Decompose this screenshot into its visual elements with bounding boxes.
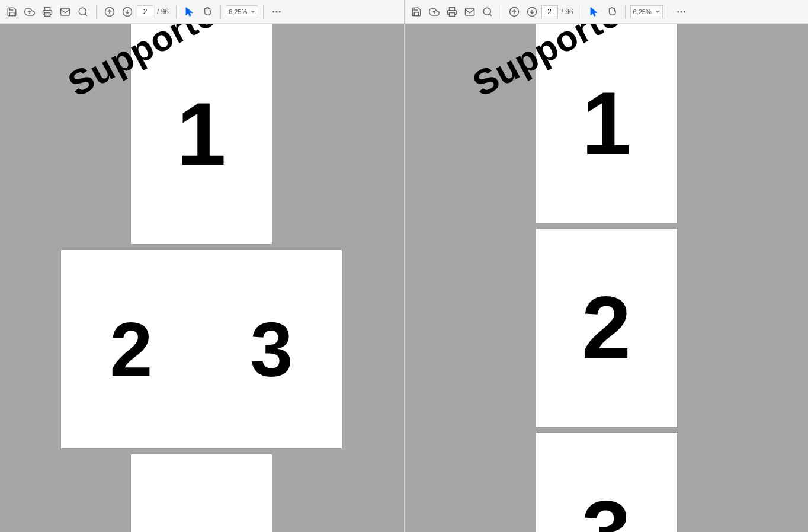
zoom-value: 6,25% [229,8,247,15]
page-content: 3 [250,305,293,394]
svg-rect-10 [465,8,474,15]
toolbar-separator [220,5,221,18]
hand-tool-icon[interactable] [604,4,620,20]
next-page-icon[interactable] [119,4,136,20]
document-page: 2 3 [61,250,342,448]
mail-icon[interactable] [57,4,73,20]
page-content: 2 [582,277,631,379]
document-page: 3 [536,433,677,532]
page-total-label: / 96 [157,8,169,16]
svg-rect-1 [61,8,70,15]
svg-rect-0 [45,12,50,16]
svg-point-17 [683,11,685,12]
document-viewport-right[interactable]: Supported 1 2 3 [405,24,809,532]
search-icon[interactable] [479,4,496,20]
print-icon[interactable] [39,4,56,20]
chevron-down-icon [655,11,660,13]
page-number-input[interactable] [137,5,153,18]
svg-line-12 [489,14,491,15]
select-tool-icon[interactable] [586,4,602,20]
right-panel: / 96 6,25% Supported 1 2 3 [404,0,809,532]
toolbar-separator [96,5,97,18]
svg-line-3 [85,14,86,15]
document-viewport-left[interactable]: Supported 1 2 3 4 [0,24,404,532]
toolbar-separator [625,5,626,18]
document-page: 1 [536,24,677,223]
svg-point-15 [677,11,679,12]
left-panel: / 96 6,25% Supported 1 2 3 4 [0,0,404,532]
zoom-dropdown[interactable]: 6,25% [630,5,663,18]
cloud-upload-icon[interactable] [21,4,38,20]
print-icon[interactable] [444,4,460,20]
svg-point-7 [276,11,278,12]
toolbar-left: / 96 6,25% [0,0,404,24]
document-page: 1 [131,24,272,244]
svg-point-2 [79,8,86,15]
page-content: 4 [177,522,226,533]
svg-rect-9 [449,12,454,16]
toolbar-separator [176,5,177,18]
svg-point-16 [680,11,682,12]
page-content: 1 [177,83,226,185]
more-options-icon[interactable] [673,4,690,20]
page-content: 1 [582,72,631,175]
zoom-dropdown[interactable]: 6,25% [226,5,258,18]
hand-tool-icon[interactable] [199,4,216,20]
svg-point-11 [483,8,490,15]
document-page: 4 [131,454,272,532]
cloud-upload-icon[interactable] [426,4,443,20]
chevron-down-icon [251,11,255,13]
toolbar-separator [501,5,501,18]
next-page-icon[interactable] [524,4,540,20]
page-content: 3 [582,481,631,532]
document-page: 2 [536,229,677,427]
save-icon[interactable] [4,4,20,20]
toolbar-right: / 96 6,25% [405,0,809,24]
toolbar-separator [668,5,668,18]
svg-point-8 [279,11,281,12]
toolbar-separator [263,5,264,18]
mail-icon[interactable] [461,4,478,20]
prev-page-icon[interactable] [101,4,118,20]
select-tool-icon[interactable] [181,4,198,20]
page-number-input[interactable] [541,5,558,18]
page-content: 2 [110,305,152,394]
svg-point-6 [272,11,274,12]
prev-page-icon[interactable] [506,4,522,20]
more-options-icon[interactable] [268,4,285,20]
zoom-value: 6,25% [633,8,652,15]
save-icon[interactable] [408,4,425,20]
search-icon[interactable] [75,4,91,20]
toolbar-separator [581,5,581,18]
page-total-label: / 96 [562,8,573,16]
